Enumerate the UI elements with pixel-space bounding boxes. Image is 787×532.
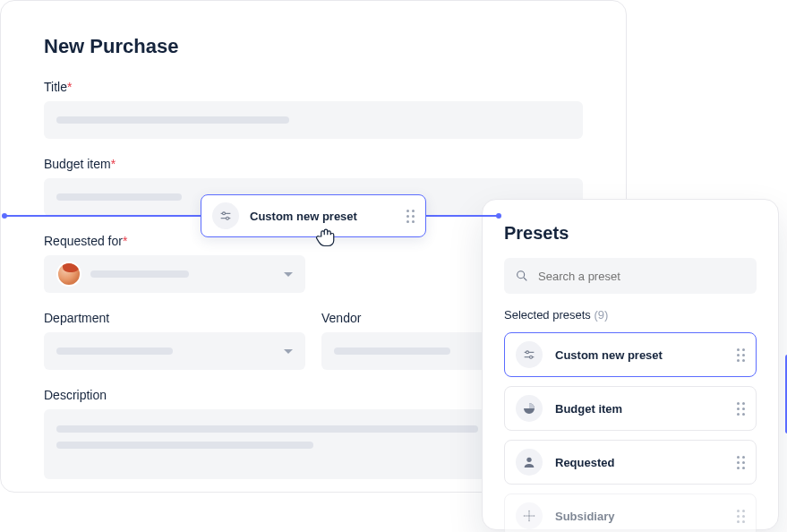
chevron-down-icon bbox=[284, 272, 293, 277]
presets-panel: Presets Selected presets (9) Custom new … bbox=[482, 199, 779, 530]
title-input[interactable] bbox=[44, 101, 583, 139]
svg-line-5 bbox=[524, 278, 526, 280]
svg-point-4 bbox=[518, 271, 525, 279]
requested-select[interactable] bbox=[44, 255, 305, 293]
sliders-icon bbox=[516, 341, 543, 368]
field-budget-label: Budget item* bbox=[44, 157, 583, 171]
field-title: Title* bbox=[44, 80, 583, 139]
svg-point-14 bbox=[524, 515, 526, 517]
drag-handle-icon[interactable] bbox=[406, 210, 415, 223]
presets-title: Presets bbox=[504, 223, 757, 244]
sliders-icon bbox=[212, 202, 239, 229]
preset-search-input[interactable] bbox=[538, 270, 746, 283]
preset-item-requested[interactable]: Requested bbox=[504, 440, 757, 485]
svg-point-10 bbox=[526, 458, 531, 462]
svg-point-11 bbox=[528, 515, 531, 518]
preset-item-custom[interactable]: Custom new preset bbox=[504, 332, 757, 377]
field-requested: Requested for* bbox=[44, 234, 305, 293]
svg-point-13 bbox=[528, 519, 530, 521]
svg-point-7 bbox=[526, 351, 529, 354]
department-select[interactable] bbox=[44, 332, 305, 370]
preset-item-label: Budget item bbox=[555, 402, 622, 416]
svg-point-12 bbox=[528, 511, 530, 512]
drag-handle-icon[interactable] bbox=[737, 456, 745, 469]
drag-handle-icon[interactable] bbox=[737, 510, 745, 523]
svg-point-1 bbox=[223, 212, 226, 215]
field-title-label: Title* bbox=[44, 80, 583, 94]
person-icon bbox=[516, 449, 543, 476]
drag-handle-icon[interactable] bbox=[737, 348, 745, 362]
preset-item-label: Custom new preset bbox=[555, 348, 663, 362]
field-department-label: Department bbox=[44, 311, 305, 325]
svg-point-15 bbox=[533, 515, 535, 517]
form-title: New Purchase bbox=[44, 35, 583, 58]
pie-chart-icon bbox=[516, 395, 543, 422]
preset-search[interactable] bbox=[504, 258, 757, 294]
preset-item-label: Subsidiary bbox=[555, 510, 614, 523]
svg-point-3 bbox=[227, 217, 229, 219]
preset-item-subsidiary[interactable]: Subsidiary bbox=[504, 493, 757, 532]
dragged-preset-label: Custom new preset bbox=[250, 210, 357, 223]
field-department: Department bbox=[44, 311, 305, 370]
search-icon bbox=[515, 269, 529, 283]
drag-handle-icon[interactable] bbox=[737, 402, 745, 416]
preset-item-budget[interactable]: Budget item bbox=[504, 386, 757, 431]
hub-icon bbox=[516, 502, 543, 529]
preset-item-label: Requested bbox=[555, 456, 614, 469]
svg-point-9 bbox=[530, 356, 533, 358]
avatar bbox=[56, 262, 81, 287]
selected-presets-label: Selected presets (9) bbox=[504, 308, 757, 322]
chevron-down-icon bbox=[284, 349, 293, 354]
grabbing-cursor-icon bbox=[313, 224, 338, 253]
